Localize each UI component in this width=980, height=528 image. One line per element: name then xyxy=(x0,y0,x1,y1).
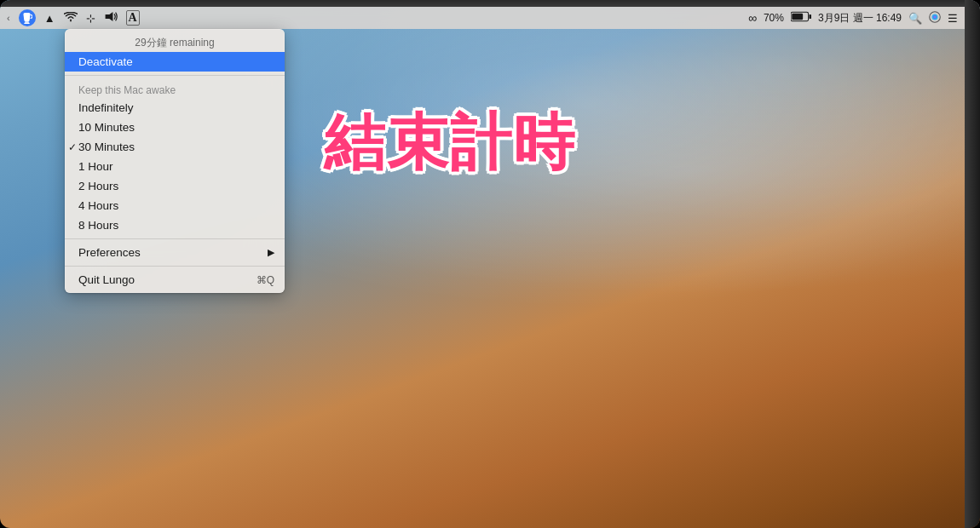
hamburger-icon[interactable]: ☰ xyxy=(948,12,958,25)
menubar-right: ∞ 70% 3月9日 週一 16:49 🔍 xyxy=(748,11,958,26)
battery-percentage: 70% xyxy=(764,12,784,24)
svg-rect-4 xyxy=(809,14,811,19)
separator-3 xyxy=(65,266,285,267)
bezel-top xyxy=(0,0,980,7)
2hours-item[interactable]: 2 Hours xyxy=(65,176,285,196)
lungo-menu-icon[interactable] xyxy=(19,9,36,26)
indefinitely-item[interactable]: Indefinitely xyxy=(65,98,285,118)
battery-icon xyxy=(791,11,811,25)
30min-item[interactable]: ✓ 30 Minutes xyxy=(65,137,285,157)
datetime-display: 3月9日 週一 16:49 xyxy=(818,11,902,26)
bezel-right xyxy=(965,0,980,528)
infinity-icon: ∞ xyxy=(748,11,757,25)
menubar-left: ‹ ▲ ⊹ xyxy=(7,9,140,26)
1hour-item[interactable]: 1 Hour xyxy=(65,157,285,176)
remaining-time: 29分鐘 remaining xyxy=(65,32,285,52)
dropdown-menu: 29分鐘 remaining Deactivate Keep this Mac … xyxy=(65,29,285,293)
desktop: ‹ ▲ ⊹ xyxy=(0,0,980,528)
text-size-icon[interactable]: A xyxy=(126,10,140,26)
siri-icon[interactable] xyxy=(929,11,941,26)
overlay-chinese-text: 結束計時 xyxy=(324,102,576,184)
svg-rect-5 xyxy=(792,14,803,20)
submenu-arrow-icon: ▶ xyxy=(268,247,274,258)
chevron-icon[interactable]: ‹ xyxy=(7,13,10,23)
backup-icon[interactable]: ▲ xyxy=(44,12,55,25)
volume-icon[interactable] xyxy=(104,11,118,25)
section-header: Keep this Mac awake xyxy=(65,79,285,98)
separator-2 xyxy=(65,238,285,239)
svg-point-7 xyxy=(932,14,938,20)
4hours-item[interactable]: 4 Hours xyxy=(65,196,285,215)
menubar: ‹ ▲ ⊹ xyxy=(0,7,965,29)
preferences-item[interactable]: Preferences ▶ xyxy=(65,243,285,262)
quit-shortcut: ⌘Q xyxy=(257,274,274,286)
move-icon[interactable]: ⊹ xyxy=(86,12,95,25)
separator-1 xyxy=(65,75,285,76)
wifi-icon[interactable] xyxy=(64,12,78,25)
8hours-item[interactable]: 8 Hours xyxy=(65,215,285,235)
search-icon[interactable]: 🔍 xyxy=(908,12,922,25)
deactivate-label: Deactivate xyxy=(78,55,133,68)
deactivate-item[interactable]: Deactivate xyxy=(65,52,285,72)
10min-item[interactable]: 10 Minutes xyxy=(65,118,285,137)
svg-rect-1 xyxy=(24,22,30,23)
svg-rect-0 xyxy=(25,21,29,22)
quit-item[interactable]: Quit Lungo ⌘Q xyxy=(65,270,285,290)
checkmark-icon: ✓ xyxy=(68,141,77,153)
svg-marker-2 xyxy=(105,12,112,21)
